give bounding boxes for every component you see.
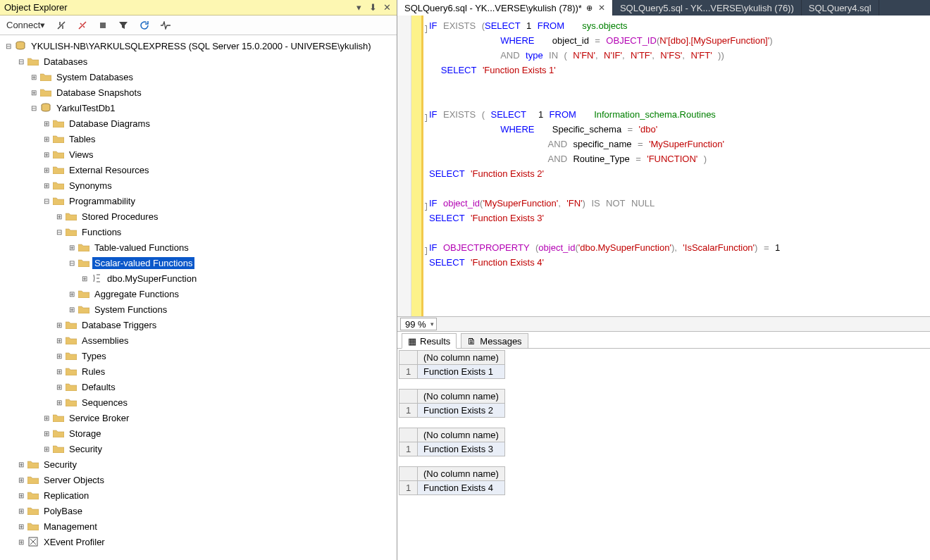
sql-code[interactable]: IF EXISTS (SELECT 1 FROM sys.objects WHE… (425, 15, 930, 316)
tree-sequences[interactable]: ⊞Sequences (0, 394, 397, 410)
folder-icon (65, 350, 78, 361)
tree-rules[interactable]: ⊞Rules (0, 363, 397, 379)
object-explorer-tree[interactable]: ⊟YKULISH-NB\YARKULSQLEXPRESS (SQL Server… (0, 35, 397, 560)
expand-icon[interactable]: ⊞ (41, 149, 52, 160)
tree-databases[interactable]: ⊟Databases (0, 54, 397, 69)
result-cell[interactable]: Function Exists 1 (418, 365, 505, 379)
server-icon (14, 40, 27, 51)
expand-icon[interactable]: ⊞ (41, 118, 52, 129)
pin-icon[interactable]: ⊕ (586, 4, 593, 13)
expand-icon[interactable]: ⊞ (41, 180, 52, 191)
tree-db-security[interactable]: ⊞Security (0, 441, 397, 456)
folder-icon (65, 366, 78, 377)
tree-system-databases[interactable]: ⊞System Databases (0, 69, 397, 85)
expand-icon[interactable]: ⊞ (41, 443, 52, 454)
close-icon[interactable]: ✕ (381, 2, 392, 13)
expand-icon[interactable]: ⊞ (79, 273, 90, 284)
expand-icon[interactable]: ⊞ (54, 397, 65, 408)
expand-icon[interactable]: ⊞ (66, 242, 78, 253)
tree-defaults[interactable]: ⊞Defaults (0, 379, 397, 394)
collapse-icon[interactable]: ⊟ (28, 102, 39, 113)
tree-table-valued-functions[interactable]: ⊞Table-valued Functions (0, 239, 397, 255)
activity-icon[interactable] (159, 18, 174, 33)
tree-security[interactable]: ⊞Security (0, 456, 397, 472)
tree-replication[interactable]: ⊞Replication (0, 487, 397, 503)
tree-service-broker[interactable]: ⊞Service Broker (0, 410, 397, 425)
result-cell[interactable]: Function Exists 4 (418, 481, 505, 495)
tab-sqlquery4[interactable]: SQLQuery4.sql (802, 0, 879, 15)
result-cell[interactable]: Function Exists 3 (418, 442, 505, 456)
expand-icon[interactable]: ⊞ (66, 304, 78, 315)
expand-icon[interactable]: ⊞ (54, 211, 65, 222)
expand-icon[interactable]: ⊞ (54, 350, 65, 361)
expand-icon[interactable]: ⊞ (16, 536, 27, 547)
expand-icon[interactable]: ⊞ (41, 412, 52, 423)
collapse-icon[interactable]: ⊟ (41, 195, 52, 206)
tree-system-functions[interactable]: ⊞System Functions (0, 301, 397, 317)
stop-icon[interactable] (97, 18, 109, 33)
tree-functions[interactable]: ⊟Functions (0, 224, 397, 239)
collapse-icon[interactable]: ⊟ (54, 226, 65, 237)
column-header[interactable]: (No column name) (418, 390, 505, 404)
collapse-icon[interactable]: ⊟ (66, 257, 78, 268)
tree-assemblies[interactable]: ⊞Assemblies (0, 332, 397, 348)
expand-icon[interactable]: ⊞ (16, 459, 27, 470)
expand-icon[interactable]: ⊞ (54, 366, 65, 377)
expand-icon[interactable]: ⊞ (54, 335, 65, 346)
column-header[interactable]: (No column name) (418, 467, 505, 481)
expand-icon[interactable]: ⊞ (66, 288, 78, 299)
sql-editor[interactable]: IF EXISTS (SELECT 1 FROM sys.objects WHE… (397, 15, 930, 316)
row-number: 1 (399, 404, 418, 418)
expand-icon[interactable]: ⊞ (28, 87, 39, 98)
close-tab-icon[interactable]: ✕ (598, 3, 605, 13)
expand-icon[interactable]: ⊞ (41, 133, 52, 144)
tree-aggregate-functions[interactable]: ⊞Aggregate Functions (0, 286, 397, 301)
tree-polybase[interactable]: ⊞PolyBase (0, 503, 397, 518)
expand-icon[interactable]: ⊞ (41, 164, 52, 175)
tab-sqlquery6[interactable]: SQLQuery6.sql - YK...VERSE\ykulish (78))… (397, 0, 613, 15)
expand-icon[interactable]: ⊞ (54, 381, 65, 392)
collapse-icon[interactable]: ⊟ (16, 56, 27, 67)
tab-messages[interactable]: 🗎Messages (461, 333, 528, 349)
tree-testdb[interactable]: ⊟YarkulTestDb1 (0, 100, 397, 116)
tree-server-objects[interactable]: ⊞Server Objects (0, 472, 397, 487)
tree-database-triggers[interactable]: ⊞Database Triggers (0, 317, 397, 332)
tree-scalar-valued-functions[interactable]: ⊟Scalar-valued Functions (0, 255, 397, 270)
tab-sqlquery5[interactable]: SQLQuery5.sql - YK...VERSE\ykulish (76)) (613, 0, 802, 15)
tree-views[interactable]: ⊞Views (0, 147, 397, 162)
column-header[interactable]: (No column name) (418, 351, 505, 365)
expand-icon[interactable]: ⊞ (54, 319, 65, 330)
expand-icon[interactable]: ⊞ (16, 521, 27, 532)
tree-storage[interactable]: ⊞Storage (0, 425, 397, 441)
filter-icon[interactable] (116, 18, 130, 33)
tree-diagrams[interactable]: ⊞Database Diagrams (0, 116, 397, 131)
disconnect-icon[interactable] (54, 18, 68, 33)
pin-icon[interactable]: ⬇ (367, 2, 378, 13)
results-panel[interactable]: (No column name) 1Function Exists 1 (No … (397, 349, 930, 560)
zoom-dropdown[interactable]: 99 % (400, 318, 437, 330)
tree-external-resources[interactable]: ⊞External Resources (0, 162, 397, 178)
column-header[interactable]: (No column name) (418, 428, 505, 442)
tree-server[interactable]: ⊟YKULISH-NB\YARKULSQLEXPRESS (SQL Server… (0, 38, 397, 54)
tree-stored-procedures[interactable]: ⊞Stored Procedures (0, 209, 397, 224)
collapse-icon[interactable]: ⊟ (3, 40, 14, 51)
expand-icon[interactable]: ⊞ (16, 490, 27, 501)
tree-management[interactable]: ⊞Management (0, 518, 397, 534)
tree-database-snapshots[interactable]: ⊞Database Snapshots (0, 85, 397, 100)
dropdown-icon[interactable]: ▾ (353, 2, 364, 13)
disconnect-all-icon[interactable] (75, 18, 89, 33)
tree-mysuperfunction[interactable]: ⊞dbo.MySuperFunction (0, 270, 397, 286)
expand-icon[interactable]: ⊞ (41, 428, 52, 439)
expand-icon[interactable]: ⊞ (28, 71, 39, 82)
tab-results[interactable]: ▦Results (402, 333, 457, 349)
connect-button[interactable]: Connect ▾ (4, 18, 47, 33)
expand-icon[interactable]: ⊞ (16, 505, 27, 516)
result-cell[interactable]: Function Exists 2 (418, 404, 505, 418)
tree-xevent-profiler[interactable]: ⊞XEvent Profiler (0, 534, 397, 549)
expand-icon[interactable]: ⊞ (16, 474, 27, 485)
tree-synonyms[interactable]: ⊞Synonyms (0, 178, 397, 193)
tree-types[interactable]: ⊞Types (0, 348, 397, 363)
refresh-icon[interactable] (137, 18, 151, 33)
tree-tables[interactable]: ⊞Tables (0, 131, 397, 147)
tree-programmability[interactable]: ⊟Programmability (0, 193, 397, 209)
